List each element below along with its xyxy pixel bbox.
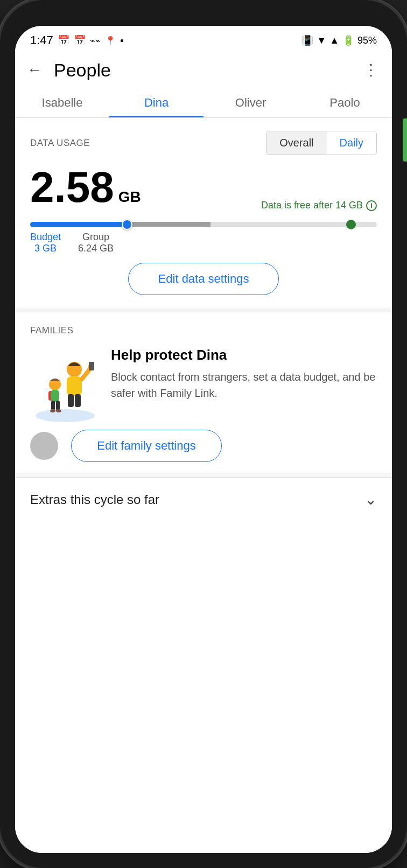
- calendar-icon: 📅: [58, 34, 69, 46]
- families-card-description: Block contact from strangers, set a data…: [111, 369, 377, 401]
- families-card: Help protect Dina Block contact from str…: [30, 347, 377, 417]
- families-text: Help protect Dina Block contact from str…: [111, 347, 377, 401]
- data-unit: GB: [118, 188, 141, 206]
- families-header: FAMILIES: [30, 325, 377, 336]
- svg-rect-2: [67, 376, 82, 396]
- extras-title: Extras this cycle so far: [30, 492, 159, 507]
- svg-point-14: [56, 409, 61, 412]
- status-bar: 1:47 📅 📅 ⌁⌁ 📍 ● 📳 ▼ ▲ 🔋 95%: [15, 26, 392, 52]
- svg-point-13: [50, 409, 55, 412]
- budget-label: Budget 3 GB: [30, 232, 61, 254]
- svg-rect-12: [56, 401, 60, 410]
- back-button[interactable]: ←: [24, 59, 45, 81]
- tab-isabelle[interactable]: Isabelle: [15, 86, 109, 117]
- svg-point-0: [36, 409, 95, 422]
- extras-row[interactable]: Extras this cycle so far ⌄: [30, 491, 377, 508]
- data-usage-label: DATA USAGE: [30, 138, 90, 149]
- progress-dot-green: [346, 220, 356, 229]
- toggle-daily[interactable]: Daily: [327, 131, 376, 155]
- data-free-note: Data is free after 14 GB i: [261, 200, 377, 213]
- toggle-overall[interactable]: Overall: [266, 131, 326, 155]
- family-avatar: [30, 432, 58, 460]
- progress-fill-gray: [127, 222, 210, 227]
- progress-fill-blue: [30, 222, 127, 227]
- svg-rect-7: [89, 362, 94, 370]
- svg-rect-4: [75, 394, 81, 407]
- data-amount-display: 2.58 GB: [30, 166, 141, 209]
- top-bar: ← People ⋮: [15, 52, 392, 86]
- families-label: FAMILIES: [30, 325, 74, 335]
- data-toggle-group: Overall Daily: [266, 131, 377, 155]
- families-card-title: Help protect Dina: [111, 347, 377, 363]
- page-title: People: [54, 60, 111, 81]
- accent-bar: [403, 118, 407, 162]
- data-progress-bar: Budget 3 GB Group 6.24 GB: [30, 222, 377, 254]
- status-time: 1:47: [30, 33, 53, 47]
- families-actions: Edit family settings: [30, 430, 377, 462]
- content-area: DATA USAGE Overall Daily 2.58 GB Data is…: [15, 118, 392, 853]
- extras-divider: [15, 473, 392, 477]
- tab-oliver[interactable]: Oliver: [204, 86, 298, 117]
- tab-paolo[interactable]: Paolo: [298, 86, 392, 117]
- families-illustration: [30, 347, 100, 417]
- tabs: Isabelle Dina Oliver Paolo: [15, 86, 392, 118]
- progress-thumb[interactable]: [122, 219, 132, 230]
- voicemail-icon: ⌁⌁: [90, 36, 101, 46]
- extras-section: Extras this cycle so far ⌄: [15, 477, 392, 521]
- signal-icon: ▲: [329, 35, 339, 46]
- calendar-icon2: 📅: [74, 34, 86, 46]
- group-label: Group 6.24 GB: [78, 232, 114, 254]
- location-icon: 📍: [105, 36, 116, 46]
- info-icon[interactable]: i: [366, 200, 377, 211]
- chevron-down-icon: ⌄: [364, 491, 377, 508]
- battery-icon: 🔋: [342, 34, 354, 46]
- vibrate-icon: 📳: [301, 34, 313, 46]
- families-section: FAMILIES: [15, 312, 392, 473]
- svg-rect-3: [68, 394, 74, 407]
- data-number: 2.58: [30, 166, 114, 209]
- battery-percent: 95%: [357, 35, 377, 46]
- edit-data-settings-button[interactable]: Edit data settings: [128, 263, 279, 295]
- section-divider: [15, 308, 392, 312]
- data-usage-section: DATA USAGE Overall Daily 2.58 GB Data is…: [15, 118, 392, 308]
- svg-rect-10: [51, 390, 59, 402]
- edit-family-settings-button[interactable]: Edit family settings: [71, 430, 222, 462]
- more-menu-button[interactable]: ⋮: [363, 62, 379, 78]
- dot-icon: ●: [120, 37, 124, 44]
- tab-dina[interactable]: Dina: [109, 86, 204, 117]
- svg-rect-11: [51, 401, 55, 410]
- wifi-icon: ▼: [317, 35, 326, 46]
